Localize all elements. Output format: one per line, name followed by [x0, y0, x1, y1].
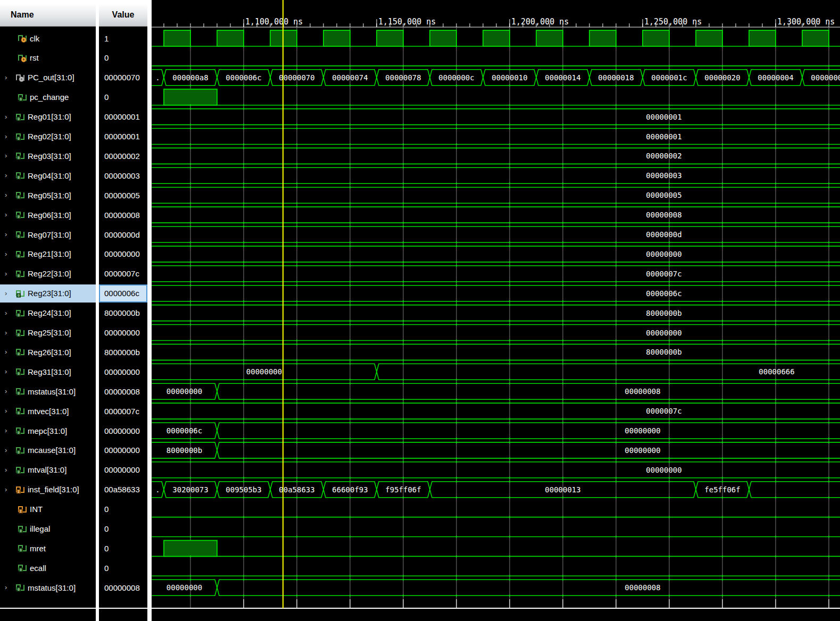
- signal-row-mret[interactable]: 0mret: [0, 539, 96, 557]
- expand-arrow-icon[interactable]: ›: [5, 147, 11, 165]
- signal-row-reg05[interactable]: › 0Reg05[31:0]: [0, 186, 96, 204]
- expand-arrow-icon[interactable]: ›: [5, 284, 11, 303]
- signal-row-mtvec[interactable]: › 0mtvec[31:0]: [0, 402, 96, 420]
- signal-row-clk[interactable]: clk: [0, 29, 96, 47]
- value-wave-divider[interactable]: [147, 0, 152, 621]
- signal-row-reg07[interactable]: › 0Reg07[31:0]: [0, 225, 96, 244]
- bus-segment: [152, 286, 840, 301]
- bus-value-label: 00000001: [646, 132, 681, 141]
- signal-value-cell[interactable]: 0: [99, 500, 147, 518]
- expand-arrow-icon[interactable]: ›: [5, 265, 11, 283]
- signal-row-reg03[interactable]: › 0Reg03[31:0]: [0, 147, 96, 165]
- signal-row-int[interactable]: IINT: [0, 500, 96, 518]
- expand-arrow-icon[interactable]: ›: [5, 206, 11, 224]
- signal-value-cell[interactable]: 00000005: [99, 186, 147, 204]
- signal-value-cell[interactable]: 00000000: [99, 441, 147, 459]
- waveform-canvas[interactable]: 1,100,000 ns1,150,000 ns1,200,000 ns1,25…: [152, 0, 840, 621]
- bus-segment: [217, 423, 840, 439]
- signal-value-cell[interactable]: 00000070: [99, 69, 147, 87]
- bus-segment: [217, 383, 840, 399]
- expand-arrow-icon[interactable]: ›: [5, 402, 11, 420]
- signal-value-cell[interactable]: 0: [99, 88, 147, 106]
- signal-value-cell[interactable]: 00000008: [99, 206, 147, 224]
- signal-value-cell[interactable]: 00000002: [99, 147, 147, 165]
- svg-text:0: 0: [18, 372, 20, 376]
- bus-value-label: 00000010: [492, 73, 527, 82]
- signal-row-reg06[interactable]: › 0Reg06[31:0]: [0, 206, 96, 224]
- signal-value-cell[interactable]: 00000001: [99, 128, 147, 146]
- expand-arrow-icon[interactable]: ›: [5, 225, 11, 244]
- signal-row-reg23[interactable]: › 0Reg23[31:0]: [0, 284, 96, 303]
- expand-arrow-icon[interactable]: ›: [5, 481, 11, 499]
- expand-arrow-icon[interactable]: ›: [5, 461, 11, 479]
- signal-row-inst_field[interactable]: › Iinst_field[31:0]: [0, 481, 96, 499]
- expand-arrow-icon[interactable]: ›: [5, 441, 11, 459]
- expand-arrow-icon[interactable]: ›: [5, 363, 11, 381]
- expand-arrow-icon[interactable]: ›: [5, 166, 11, 184]
- signal-row-reg31[interactable]: › 0Reg31[31:0]: [0, 363, 96, 381]
- signal-value-cell[interactable]: 00000000: [99, 324, 147, 342]
- expand-arrow-icon[interactable]: ›: [5, 324, 11, 342]
- signal-row-reg02[interactable]: › 0Reg02[31:0]: [0, 128, 96, 146]
- signal-value-cell[interactable]: 0: [99, 49, 147, 67]
- wave-row-reg25: 00000000: [152, 324, 840, 342]
- signal-value-cell[interactable]: 1: [99, 29, 147, 47]
- expand-arrow-icon[interactable]: ›: [5, 422, 11, 440]
- signal-row-mstatus[interactable]: › 0mstatus[31:0]: [0, 578, 96, 597]
- bus-value-label: 30200073: [172, 485, 208, 494]
- expand-arrow-icon[interactable]: ›: [5, 578, 11, 597]
- signal-value-cell[interactable]: 00000001: [99, 108, 147, 126]
- signal-value-cell[interactable]: 00000000: [99, 245, 147, 263]
- signal-value-cell[interactable]: 00a58633: [99, 481, 147, 499]
- signal-value-cell[interactable]: 00000000: [99, 363, 147, 381]
- signal-row-reg25[interactable]: › 0Reg25[31:0]: [0, 324, 96, 342]
- bus-segment: [152, 462, 840, 478]
- signal-value-cell[interactable]: 00000003: [99, 166, 147, 184]
- svg-text:0: 0: [20, 548, 22, 552]
- signal-value-cell[interactable]: 8000000b: [99, 304, 147, 322]
- signal-name-label: ecall: [30, 564, 46, 573]
- signal-row-illegal[interactable]: 0illegal: [0, 520, 96, 538]
- expand-arrow-icon[interactable]: ›: [5, 186, 11, 204]
- signal-value-cell[interactable]: 00000000: [99, 422, 147, 440]
- signal-row-reg04[interactable]: › 0Reg04[31:0]: [0, 166, 96, 184]
- signal-row-pc_out[interactable]: › PC_out[31:0]: [0, 69, 96, 87]
- logic-signal-icon: 0: [18, 564, 27, 572]
- signal-value-cell[interactable]: 0000007c: [99, 265, 147, 283]
- signal-row-mepc[interactable]: › 0mepc[31:0]: [0, 422, 96, 440]
- signal-value-cell[interactable]: 00000000: [99, 461, 147, 479]
- signal-row-reg01[interactable]: › 0Reg01[31:0]: [0, 108, 96, 126]
- signal-row-reg24[interactable]: › 0Reg24[31:0]: [0, 304, 96, 322]
- signal-row-mstatus[interactable]: › 0mstatus[31:0]: [0, 382, 96, 400]
- signal-value-cell[interactable]: 0: [99, 559, 147, 577]
- signal-row-mtval[interactable]: › 0mtval[31:0]: [0, 461, 96, 479]
- signal-row-reg21[interactable]: › 0Reg21[31:0]: [0, 245, 96, 263]
- signal-value-cell[interactable]: 8000000b: [99, 343, 147, 361]
- bus-signal-icon: 0: [15, 407, 25, 415]
- signal-row-rst[interactable]: rst: [0, 49, 96, 67]
- signal-value-cell[interactable]: 00000008: [99, 382, 147, 400]
- signal-value-cell[interactable]: 0000006c: [99, 284, 147, 303]
- signal-row-reg26[interactable]: › 0Reg26[31:0]: [0, 343, 96, 361]
- expand-arrow-icon[interactable]: ›: [5, 343, 11, 361]
- expand-arrow-icon[interactable]: ›: [5, 128, 11, 146]
- signal-row-pc_change[interactable]: 0pc_change: [0, 88, 96, 106]
- expand-arrow-icon[interactable]: ›: [5, 108, 11, 126]
- name-value-divider[interactable]: [96, 0, 99, 621]
- signal-value-cell[interactable]: 0: [99, 539, 147, 557]
- bus-segment: [152, 167, 840, 183]
- expand-arrow-icon[interactable]: ›: [5, 245, 11, 263]
- bus-signal-icon: 0: [15, 191, 25, 199]
- signal-row-mcause[interactable]: › 0mcause[31:0]: [0, 441, 96, 459]
- signal-value-cell[interactable]: 0000007c: [99, 402, 147, 420]
- expand-arrow-icon[interactable]: ›: [5, 69, 11, 87]
- ruler-time-label: 1,100,000 ns: [245, 17, 303, 27]
- signal-value-cell[interactable]: 0: [99, 520, 147, 538]
- signal-value-cell[interactable]: 0000000d: [99, 225, 147, 244]
- signal-row-reg22[interactable]: › 0Reg22[31:0]: [0, 265, 96, 283]
- expand-arrow-icon[interactable]: ›: [5, 382, 11, 400]
- ruler-time-label: 1,150,000 ns: [378, 17, 436, 27]
- signal-value-cell[interactable]: 00000008: [99, 578, 147, 597]
- signal-row-ecall[interactable]: 0ecall: [0, 559, 96, 577]
- expand-arrow-icon[interactable]: ›: [5, 304, 11, 322]
